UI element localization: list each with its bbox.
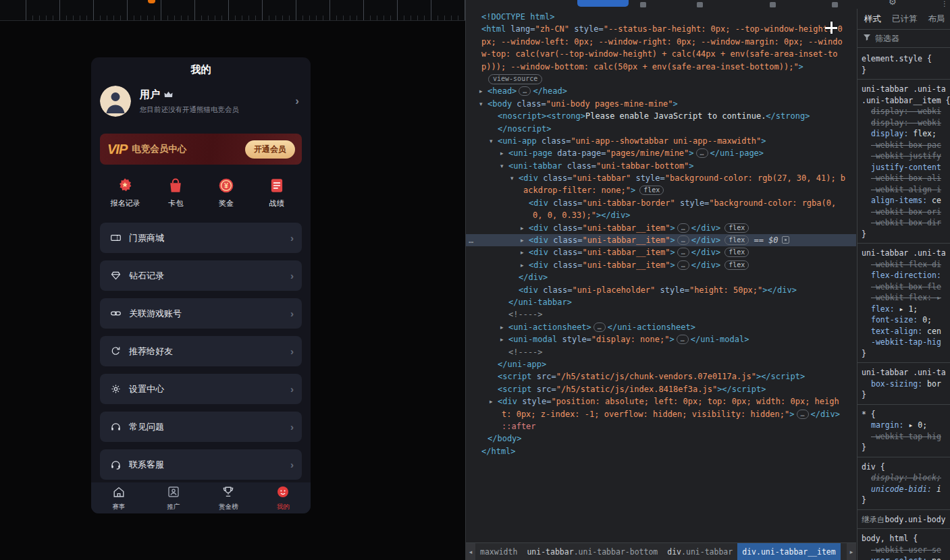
dom-node[interactable]: </div> [466,271,856,283]
css-property[interactable]: -webkit-flex-di [862,259,950,271]
dom-node[interactable]: ▸<div class="uni-tabbar__item">…</div>fl… [466,246,856,258]
dom-node[interactable]: ▸<uni-actionsheet>…</uni-actionsheet> [466,321,856,333]
quick-action[interactable]: ¥奖金 [201,176,252,208]
dom-node[interactable]: <!----> [466,308,856,320]
toolbar-icon[interactable] [770,2,776,7]
expand-arrow-icon[interactable]: ▸ [521,234,524,246]
css-property[interactable]: display: -webki [862,117,950,129]
crumb-scroll-right-button[interactable]: ▸ [847,543,856,560]
dom-node[interactable]: w-top: calc(var(--top-window-height) + c… [466,48,856,60]
css-property[interactable]: display: flex; [862,128,950,140]
menu-item[interactable]: 设置中心› [100,374,302,404]
styles-filter[interactable]: 筛选器 [857,30,950,48]
app-tab-item[interactable]: 推广 [146,482,201,513]
menu-item[interactable]: 常见问题› [100,412,302,442]
sidebar-tab[interactable]: 布局 [928,13,945,25]
css-property[interactable]: box-sizing: bor [862,379,950,390]
dom-node[interactable]: t: 0px; z-index: -1; overflow: hidden; v… [466,408,856,420]
toolbar-icon[interactable] [640,2,646,7]
rule-selector[interactable]: element.style { [862,53,950,65]
css-property[interactable]: display: -webki [862,106,950,117]
dom-node[interactable]: ▾<uni-tabbar class="uni-tabbar-bottom"> [466,160,856,172]
css-property[interactable]: -webkit-tap-hig [862,431,950,443]
expand-arrow-icon[interactable]: ▸ [490,395,493,408]
expand-arrow-icon[interactable]: ▸ [500,147,504,159]
dom-node[interactable]: <!----> [466,346,856,358]
sidebar-tab[interactable]: 已计算 [892,13,918,25]
flex-adorner-badge[interactable]: flex [724,248,749,257]
expand-arrow-icon[interactable]: ▸ [521,222,524,234]
flex-adorner-badge[interactable]: flex [724,235,749,245]
app-tab-item[interactable]: 赏金榜 [201,482,256,513]
dom-node[interactable]: 0, 0, 0.33);"></div> [466,209,856,221]
collapse-arrow-icon[interactable]: ▾ [500,160,504,172]
expand-ellipsis-button[interactable]: … [677,235,689,245]
crumb-scroll-left-button[interactable]: ◂ [466,543,475,560]
css-property[interactable]: -webkit-box-ali [862,173,950,184]
css-property[interactable]: -webkit-align-i [862,184,950,196]
dom-node[interactable]: px; --window-left: 0px; --window-right: … [466,36,856,48]
crumb-selected[interactable]: div.uni-tabbar__item [737,543,840,560]
menu-item[interactable]: 钻石记录› [100,260,302,291]
dom-node[interactable]: <html lang="zh-CN" style="--status-bar-h… [466,23,856,35]
node-overflow-dots-icon[interactable]: … [469,234,474,246]
dom-node[interactable]: ▾<uni-app class="uni-app--showtabbar uni… [466,135,856,147]
css-property[interactable]: -webkit-box-dir [862,217,950,229]
css-property[interactable]: -webkit-flex: ▸ [862,292,950,304]
dom-node[interactable]: <script src="/h5/static/js/chunk-vendors… [466,370,856,383]
dom-node-selected[interactable]: ▸…<div class="uni-tabbar__item">…</div>f… [466,234,856,246]
dom-node[interactable]: </noscript> [466,123,856,135]
quick-action[interactable]: 战绩 [251,176,302,208]
menu-item[interactable]: 门票商城› [100,223,302,253]
css-property[interactable]: margin: ▸ 0; [862,420,950,431]
open-vip-button[interactable]: 开通会员 [245,140,295,159]
vip-banner[interactable]: VIP 电竞会员中心 开通会员 [100,134,302,165]
dom-node[interactable]: ▸<uni-modal style="display: none;">…</un… [466,333,856,345]
flex-adorner-badge[interactable]: flex [639,186,664,195]
expand-arrow-icon[interactable]: ▸ [479,85,483,97]
css-property[interactable]: flex: ▸ 1; [862,304,950,315]
dom-node[interactable]: view-source [466,73,856,85]
app-tab-item[interactable]: 赛事 [91,482,146,513]
profile-row[interactable]: 用户 您目前还没有开通熊猫电竞会员 › [100,84,302,119]
dom-node[interactable]: <div class="uni-tabbar-border" style="ba… [466,197,856,209]
dom-node[interactable]: <!DOCTYPE html> [466,11,856,23]
css-property[interactable]: justify-content [862,162,950,173]
css-property[interactable]: -webkit-box-pac [862,140,950,151]
rule-selector[interactable]: uni-tabbar .uni-ta [862,367,950,379]
rule-selector[interactable]: body, html { [862,533,950,544]
expand-arrow-icon[interactable]: ▸ [521,259,524,271]
css-property[interactable]: display: block; [862,472,950,484]
menu-item[interactable]: 关联游戏账号› [100,298,302,329]
css-property[interactable]: flex-direction: [862,270,950,281]
menu-item[interactable]: 联系客服› [100,449,302,480]
expand-ellipsis-button[interactable]: … [677,248,689,257]
css-property[interactable]: -webkit-justify [862,150,950,162]
css-property[interactable]: unicode-bidi: i [862,484,950,495]
expand-ellipsis-button[interactable]: … [677,335,689,344]
crumb-item[interactable]: uni-tabbar.uni-tabbar-bottom [522,543,662,560]
expand-ellipsis-button[interactable]: … [519,86,531,96]
sidebar-tab[interactable]: 样式 [864,13,881,25]
css-property[interactable]: text-align: cen [862,326,950,337]
crumb-item[interactable]: div.uni-tabbar [662,543,737,560]
dom-node[interactable]: ▸<div class="uni-tabbar__item">…</div>fl… [466,222,856,234]
css-property[interactable]: -webkit-box-fle [862,281,950,293]
quick-action[interactable]: 卡包 [151,176,201,208]
expand-ellipsis-button[interactable]: … [593,323,606,332]
css-property[interactable]: -webkit-user-se [862,544,950,556]
gear-icon[interactable]: ⚙ [889,0,897,7]
dom-node[interactable]: <div class="uni-placeholder" style="heig… [466,284,856,296]
collapse-arrow-icon[interactable]: ▾ [510,172,514,184]
dom-node[interactable]: p))); --window-bottom: calc(50px + env(s… [466,61,856,73]
expand-arrow-icon[interactable]: ▸ [521,246,524,258]
dom-node[interactable]: </body> [466,432,856,445]
dom-node[interactable]: ▾<body class="uni-body pages-mine-mine"> [466,98,856,110]
expand-arrow-icon[interactable]: ▸ [500,321,504,333]
active-panel-tab[interactable] [577,0,629,7]
dom-node[interactable]: </uni-app> [466,358,856,370]
css-property[interactable]: font-size: 0; [862,314,950,326]
more-menu-icon[interactable]: ⋮ [941,0,948,7]
collapse-arrow-icon[interactable]: ▾ [490,135,493,147]
expand-ellipsis-button[interactable]: … [797,410,809,419]
